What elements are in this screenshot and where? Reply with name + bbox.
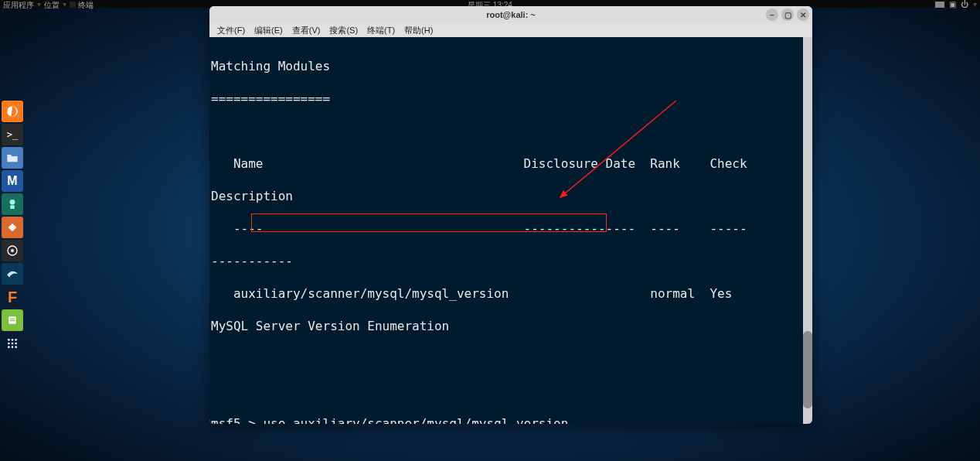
armitage-icon[interactable] [2, 193, 23, 215]
terminal-line: ================ [209, 90, 812, 107]
terminal-line: Description [209, 188, 812, 204]
svg-point-9 [12, 339, 14, 341]
scrollbar-thumb[interactable] [803, 331, 812, 408]
svg-point-4 [11, 249, 14, 252]
terminal-line [209, 383, 812, 399]
menubar: 文件(F) 编辑(E) 查看(V) 搜索(S) 终端(T) 帮助(H) [209, 23, 812, 37]
scrollbar-track[interactable] [803, 37, 812, 424]
terminal-line: ----------- [209, 253, 812, 269]
close-button[interactable]: ✕ [797, 9, 809, 21]
terminal-line: MySQL Server Version Enumeration [209, 318, 812, 334]
obs-icon[interactable] [2, 240, 23, 261]
terminal-line: msf5 > use auxiliary/scanner/mysql/mysql… [209, 415, 812, 424]
svg-point-15 [12, 346, 14, 348]
terminal-window: root@kali: ~ – ▢ ✕ 文件(F) 编辑(E) 查看(V) 搜索(… [209, 6, 812, 424]
svg-point-10 [15, 339, 17, 341]
apps-grid-icon[interactable] [2, 333, 23, 354]
window-title: root@kali: ~ [486, 10, 536, 19]
menu-search[interactable]: 搜索(S) [326, 25, 361, 36]
files-icon[interactable] [2, 147, 23, 169]
svg-point-11 [8, 343, 10, 345]
terminal-line: Name Disclosure Date Rank Check [209, 155, 812, 172]
kali-icon[interactable] [2, 263, 23, 285]
svg-rect-2 [10, 205, 14, 209]
terminal-line: auxiliary/scanner/mysql/mysql_version no… [209, 285, 812, 302]
workspace-indicator[interactable] [935, 2, 944, 8]
svg-point-13 [15, 343, 17, 345]
cherrytree-icon[interactable] [2, 217, 23, 238]
minimize-button[interactable]: – [766, 9, 778, 21]
ftk-icon[interactable]: F [2, 286, 23, 308]
svg-point-1 [10, 200, 15, 205]
apps-menu[interactable]: 应用程序 [3, 0, 34, 11]
terminal-line [209, 123, 812, 139]
svg-point-14 [8, 346, 10, 348]
metasploit-icon[interactable]: M [2, 170, 23, 192]
tray-camera-icon[interactable]: ▣ [949, 0, 956, 9]
firefox-icon[interactable] [2, 101, 23, 122]
terminal-content[interactable]: Matching Modules ================ Name D… [209, 37, 812, 424]
dock: >_ M F [2, 101, 26, 354]
svg-point-8 [8, 339, 10, 341]
window-titlebar[interactable]: root@kali: ~ – ▢ ✕ [209, 6, 812, 23]
terminal-line [209, 350, 812, 367]
terminal-icon[interactable]: >_ [2, 124, 23, 145]
menu-view[interactable]: 查看(V) [289, 25, 324, 36]
places-menu[interactable]: 位置 [44, 0, 60, 11]
maximize-button[interactable]: ▢ [781, 9, 794, 21]
menu-help[interactable]: 帮助(H) [401, 25, 436, 36]
tray-network-icon[interactable]: ⏻ [961, 0, 968, 9]
menu-edit[interactable]: 编辑(E) [251, 25, 286, 36]
svg-point-12 [12, 343, 14, 345]
menu-file[interactable]: 文件(F) [214, 25, 248, 36]
active-app[interactable]: 终端 [70, 0, 94, 11]
svg-point-16 [15, 346, 17, 348]
terminal-line: ---- --------------- ---- ----- [209, 220, 812, 237]
menu-terminal[interactable]: 终端(T) [364, 25, 398, 36]
notes-icon[interactable] [2, 309, 23, 331]
terminal-line: Matching Modules [209, 58, 812, 74]
